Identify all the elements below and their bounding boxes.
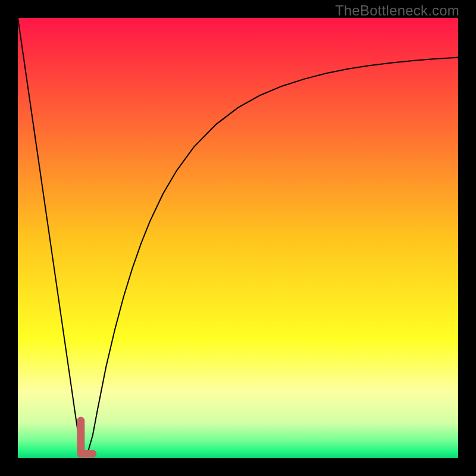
chart-container: TheBottleneck.com bbox=[0, 0, 476, 476]
watermark-text: TheBottleneck.com bbox=[335, 2, 459, 19]
chart-background bbox=[18, 18, 458, 458]
chart-svg bbox=[18, 18, 458, 458]
